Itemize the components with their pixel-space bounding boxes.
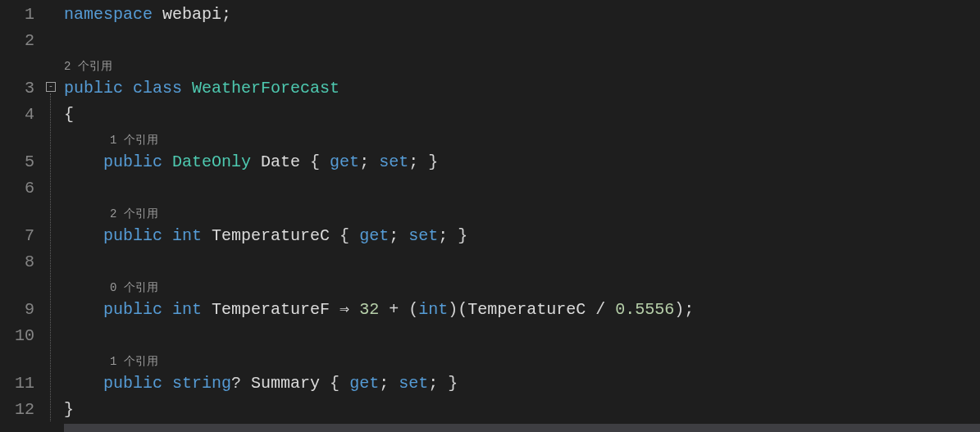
codelens-references-class[interactable]: 2 个引用 [64,54,980,75]
code-line-empty[interactable] [64,175,980,202]
codelens-references-temperaturec[interactable]: 2 个引用 [64,202,980,223]
code-line[interactable]: public string? Summary { get; set; } [64,371,980,397]
line-number: 3 [0,75,44,102]
member-ref: TemperatureC [467,300,586,319]
semicolon: ; [221,5,231,24]
line-number: 12 [0,397,44,423]
horizontal-scrollbar[interactable] [64,424,980,432]
keyword-public: public [103,152,162,171]
code-editor[interactable]: 1 2 3 4 5 6 7 8 9 10 11 12 - namespace w… [0,0,980,432]
code-text-area[interactable]: namespace webapi; 2 个引用 public class Wea… [64,0,980,432]
keyword-public: public [103,226,162,245]
fold-margin: - [44,0,64,432]
line-number-spacer [0,349,44,371]
keyword-get: get [359,226,389,245]
line-number-gutter: 1 2 3 4 5 6 7 8 9 10 11 12 [0,0,44,432]
brace-open: { [64,105,74,124]
line-number-spacer [0,128,44,149]
keyword-namespace: namespace [64,5,153,24]
line-number: 7 [0,223,44,249]
type-int: int [172,300,202,319]
class-name: WeatherForecast [192,79,340,98]
property-temperaturec: TemperatureC [212,226,330,245]
scrollbar-track [64,424,980,432]
keyword-set: set [379,152,408,171]
property-summary: Summary [251,374,320,393]
codelens-references-summary[interactable]: 1 个引用 [64,349,980,371]
keyword-get: get [330,152,359,171]
line-number: 4 [0,102,44,128]
number-literal: 32 [359,300,379,319]
keyword-public: public [64,79,123,98]
namespace-name: webapi [162,5,221,24]
line-number-spacer [0,54,44,75]
type-int: int [172,226,202,245]
keyword-class: class [133,79,182,98]
code-line[interactable]: public int TemperatureC { get; set; } [64,223,980,249]
code-line[interactable]: public DateOnly Date { get; set; } [64,149,980,175]
code-line[interactable]: public int TemperatureF ⇒ 32 + (int)(Tem… [64,297,980,323]
code-line[interactable]: } [64,397,980,423]
brace-close: } [64,400,74,419]
arrow-operator: ⇒ [330,300,359,319]
code-line[interactable]: { [64,102,980,128]
keyword-get: get [349,374,379,393]
line-number-spacer [0,202,44,223]
nullable-marker: ? [231,374,241,393]
number-literal: 0.5556 [615,300,674,319]
code-line[interactable]: namespace webapi; [64,2,980,28]
code-line-empty[interactable] [64,28,980,54]
keyword-set: set [399,374,428,393]
type-int-cast: int [418,300,448,319]
fold-guide-line [50,93,51,421]
line-number: 11 [0,371,44,397]
property-temperaturef: TemperatureF [212,300,330,319]
codelens-references-date[interactable]: 1 个引用 [64,128,980,149]
keyword-public: public [103,300,162,319]
line-number: 9 [0,297,44,323]
line-number: 1 [0,2,44,28]
line-number-spacer [0,275,44,297]
type-string: string [172,374,231,393]
line-number: 5 [0,149,44,175]
code-line-empty[interactable] [64,323,980,349]
line-number: 2 [0,28,44,54]
property-date: Date [261,152,300,171]
type-dateonly: DateOnly [172,152,251,171]
codelens-references-temperaturef[interactable]: 0 个引用 [64,275,980,297]
keyword-public: public [103,374,162,393]
line-number: 10 [0,323,44,349]
line-number: 8 [0,249,44,275]
keyword-set: set [408,226,438,245]
code-line-empty[interactable] [64,249,980,275]
code-line[interactable]: public class WeatherForecast [64,75,980,102]
fold-collapse-icon[interactable]: - [46,82,56,92]
line-number: 6 [0,175,44,202]
